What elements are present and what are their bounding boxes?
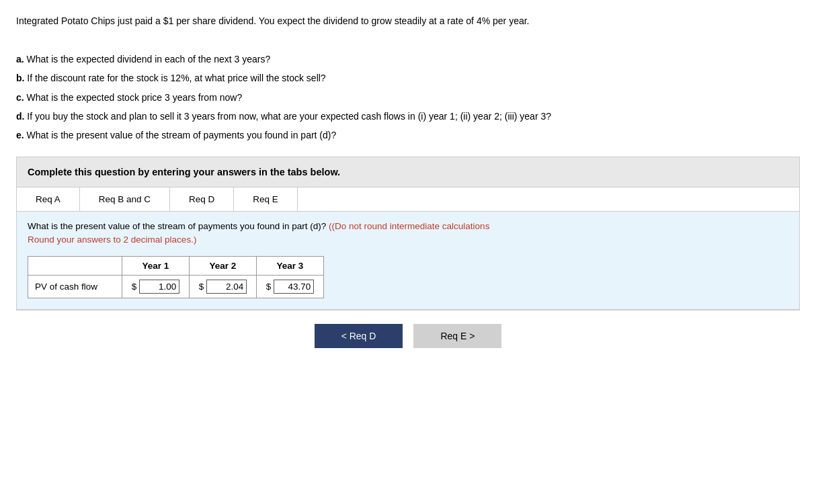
tab-req-bc[interactable]: Req B and C <box>80 187 170 211</box>
answer-table: Year 1 Year 2 Year 3 PV of cash flow $ <box>28 256 324 298</box>
tabs-container: Req A Req B and C Req D Req E What is th… <box>16 187 800 311</box>
part-c: c. What is the expected stock price 3 ye… <box>16 90 800 105</box>
col-header-year1: Year 1 <box>122 257 190 276</box>
cell-year3: $ <box>257 276 324 298</box>
tab-req-a[interactable]: Req A <box>17 187 80 211</box>
dollar-year1: $ <box>132 282 137 292</box>
tab-question: What is the present value of the stream … <box>28 220 788 247</box>
input-year2[interactable] <box>206 280 247 294</box>
nav-buttons: < Req D Req E > <box>16 324 800 348</box>
tab-e-content: What is the present value of the stream … <box>17 212 799 310</box>
input-year3[interactable] <box>274 280 314 294</box>
cell-year1: $ <box>122 276 190 298</box>
prev-button[interactable]: < Req D <box>315 324 403 348</box>
row-label: PV of cash flow <box>28 276 122 298</box>
spacer <box>16 32 800 47</box>
tab-req-d[interactable]: Req D <box>170 187 234 211</box>
part-b: b. If the discount rate for the stock is… <box>16 71 800 85</box>
tabs-row: Req A Req B and C Req D Req E <box>17 187 799 212</box>
highlight-round: Round your answers to 2 decimal places.) <box>28 235 196 245</box>
col-header-year3: Year 3 <box>257 257 324 276</box>
highlight-no-round: (Do not round intermediate calculations <box>332 221 490 231</box>
input-year1[interactable] <box>139 280 179 294</box>
problem-intro-section: Integrated Potato Chips just paid a $1 p… <box>16 13 800 143</box>
intro-text: Integrated Potato Chips just paid a $1 p… <box>16 13 800 28</box>
part-e: e. What is the present value of the stre… <box>16 128 800 142</box>
part-d: d. If you buy the stock and plan to sell… <box>16 109 800 124</box>
dollar-year2: $ <box>199 282 204 292</box>
answer-table-wrapper: Year 1 Year 2 Year 3 PV of cash flow $ <box>28 256 788 298</box>
col-header-year2: Year 2 <box>190 257 257 276</box>
tab-req-e[interactable]: Req E <box>234 187 298 211</box>
cell-year2: $ <box>190 276 257 298</box>
next-button[interactable]: Req E > <box>413 324 501 348</box>
dollar-year3: $ <box>266 282 272 292</box>
table-row: PV of cash flow $ $ <box>28 276 324 298</box>
instruction-box: Complete this question by entering your … <box>16 157 800 187</box>
col-header-empty <box>28 257 122 276</box>
part-a: a. What is the expected dividend in each… <box>16 52 800 67</box>
